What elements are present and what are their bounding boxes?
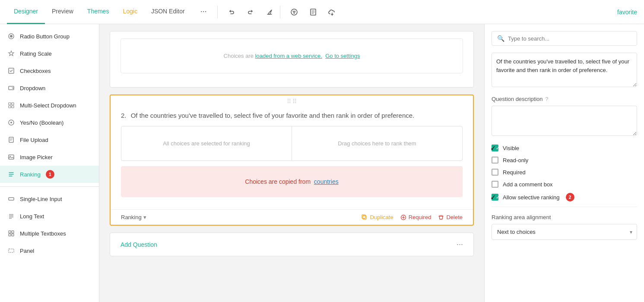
- sidebar-item-dropdown[interactable]: Dropdown: [0, 79, 99, 97]
- required-checkbox[interactable]: [492, 169, 498, 176]
- rating-scale-icon: [7, 49, 16, 58]
- card-toolbar-right: Duplicate Required Delete: [362, 214, 463, 220]
- single-line-input-icon: [7, 195, 16, 203]
- required-label[interactable]: Required: [503, 169, 526, 176]
- tab-themes[interactable]: Themes: [80, 0, 116, 24]
- allow-selective-ranking-checkbox[interactable]: ✓: [492, 194, 498, 201]
- redo-button[interactable]: [244, 5, 257, 19]
- card-inner-ranking: 2. Of the countries you've travelled to,…: [111, 105, 473, 209]
- go-to-settings-link[interactable]: Go to settings: [325, 53, 360, 59]
- svg-rect-36: [9, 234, 11, 236]
- favorite-label[interactable]: favorite: [617, 9, 637, 16]
- sidebar-item-multiple-textboxes[interactable]: Multiple Textboxes: [0, 225, 99, 242]
- countries-link[interactable]: countries: [314, 178, 339, 185]
- visible-checkbox[interactable]: ✓: [492, 145, 498, 151]
- description-input[interactable]: [492, 106, 637, 136]
- sidebar-item-long-text[interactable]: Long Text: [0, 208, 99, 225]
- question-title-input[interactable]: Of the countries you've travelled to, se…: [492, 53, 637, 87]
- file-upload-icon: [7, 135, 16, 144]
- radio-button-group-icon: [7, 32, 16, 41]
- visible-label[interactable]: Visible: [503, 145, 519, 151]
- yes-no-icon: [7, 118, 16, 127]
- tab-logic[interactable]: Logic: [116, 0, 144, 24]
- ranking-icon: [7, 170, 16, 179]
- svg-rect-38: [9, 249, 14, 252]
- duplicate-button[interactable]: Duplicate: [362, 214, 393, 220]
- svg-rect-15: [9, 103, 11, 105]
- search-box: 🔍: [492, 31, 637, 46]
- svg-marker-12: [9, 51, 14, 56]
- question-text: 2. Of the countries you've travelled to,…: [121, 112, 463, 119]
- top-nav: Designer Preview Themes Logic JSON Edito…: [0, 0, 644, 24]
- search-icon: 🔍: [497, 35, 504, 42]
- add-comment-box-checkbox[interactable]: [492, 181, 498, 188]
- checkbox-required: Required: [492, 169, 637, 176]
- tab-json-editor[interactable]: JSON Editor: [144, 0, 192, 24]
- sidebar-item-file-upload[interactable]: File Upload: [0, 131, 99, 148]
- undo-button[interactable]: [225, 5, 238, 19]
- svg-rect-24: [9, 155, 14, 159]
- tab-designer[interactable]: Designer: [7, 0, 45, 24]
- webservice-box: Choices are loaded from a web service. G…: [121, 38, 463, 73]
- sidebar-item-ranking[interactable]: Ranking 1: [0, 166, 99, 183]
- sidebar-item-panel[interactable]: Panel: [0, 242, 99, 259]
- delete-button[interactable]: Delete: [438, 214, 463, 220]
- checkbox-visible: ✓ Visible: [492, 145, 637, 151]
- add-question-card[interactable]: Add Question ···: [110, 233, 474, 256]
- sidebar-item-single-line-input[interactable]: Single-Line Input: [0, 190, 99, 208]
- svg-rect-40: [362, 215, 365, 218]
- right-panel: 🔍 Of the countries you've travelled to, …: [484, 24, 644, 302]
- cloud-button[interactable]: [325, 5, 339, 19]
- book-button[interactable]: [306, 5, 320, 19]
- tab-preview[interactable]: Preview: [45, 0, 80, 24]
- image-picker-icon: [7, 153, 16, 161]
- ranking-left: All choices are selected for ranking: [121, 126, 292, 160]
- add-comment-box-label[interactable]: Add a comment box: [503, 181, 553, 188]
- card-toolbar: Ranking ▾ Duplicate Required Delete: [111, 209, 473, 225]
- checkbox-add-comment-box: Add a comment box: [492, 181, 637, 188]
- sidebar-item-radio-button-group[interactable]: Radio Button Group: [0, 28, 99, 45]
- sidebar-item-rating-scale[interactable]: Rating Scale: [0, 45, 99, 62]
- nav-separator-1: [217, 6, 218, 19]
- svg-rect-17: [9, 106, 11, 108]
- tab-more[interactable]: ···: [194, 0, 214, 24]
- drag-handle[interactable]: ⠿ ⠿: [111, 95, 473, 105]
- required-button[interactable]: Required: [400, 214, 431, 220]
- toolbar-type-selector[interactable]: Ranking ▾: [121, 214, 146, 220]
- card-inner-webservice: Choices are loaded from a web service. G…: [110, 31, 473, 87]
- alignment-select-wrapper: Next to choices Below choices ▾: [492, 224, 637, 240]
- nav-icon-group: [225, 5, 276, 19]
- sidebar-item-image-picker[interactable]: Image Picker: [0, 148, 99, 166]
- allow-selective-ranking-label[interactable]: Allow selective ranking: [503, 194, 560, 201]
- alignment-label: Ranking area alignment: [492, 214, 637, 220]
- toolbar-type-arrow: ▾: [143, 214, 146, 220]
- svg-rect-37: [12, 234, 14, 236]
- nav-tabs: Designer Preview Themes Logic JSON Edito…: [7, 0, 214, 24]
- svg-point-11: [10, 35, 13, 38]
- add-question-more[interactable]: ···: [457, 240, 463, 249]
- alignment-select[interactable]: Next to choices Below choices: [492, 224, 637, 239]
- canvas: Choices are loaded from a web service. G…: [99, 24, 484, 302]
- checkboxes-icon: [7, 66, 16, 75]
- svg-rect-29: [9, 198, 14, 200]
- description-help-icon[interactable]: ?: [546, 96, 549, 102]
- sidebar-item-checkboxes[interactable]: Checkboxes: [0, 62, 99, 79]
- loaded-webservice-link[interactable]: loaded from a web service.: [255, 53, 322, 59]
- pink-box: Choices are copied from countries: [121, 166, 463, 197]
- nav-separator-2: [280, 6, 280, 19]
- question-card-ranking: ⠿ ⠿ 2. Of the countries you've travelled…: [110, 94, 474, 226]
- nav-right: favorite: [617, 9, 637, 16]
- sidebar-item-yes-no-boolean[interactable]: Yes/No (Boolean): [0, 114, 99, 131]
- svg-rect-35: [12, 231, 14, 233]
- read-only-label[interactable]: Read-only: [503, 157, 528, 164]
- read-only-checkbox[interactable]: [492, 157, 498, 164]
- eraser-button[interactable]: [263, 5, 276, 19]
- multi-select-dropdown-icon: [7, 101, 16, 110]
- search-input[interactable]: [508, 35, 631, 42]
- svg-rect-21: [9, 137, 13, 142]
- sidebar-item-multi-select-dropdown[interactable]: Multi-Select Dropdown: [0, 97, 99, 114]
- svg-rect-39: [363, 216, 366, 219]
- checkbox-read-only: Read-only: [492, 157, 637, 164]
- filter-button[interactable]: [287, 5, 301, 19]
- sidebar-divider: [0, 186, 99, 187]
